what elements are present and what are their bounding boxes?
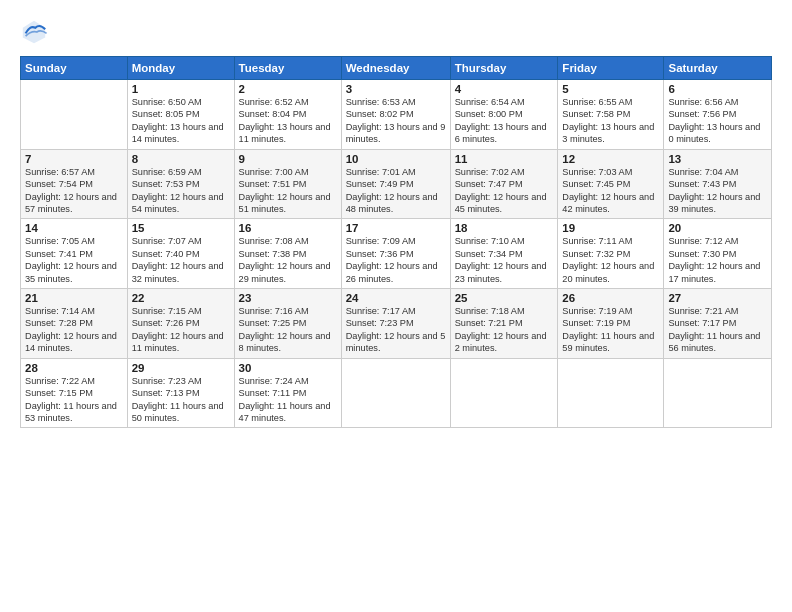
- calendar-cell: 22Sunrise: 7:15 AM Sunset: 7:26 PM Dayli…: [127, 289, 234, 359]
- calendar-cell: 23Sunrise: 7:16 AM Sunset: 7:25 PM Dayli…: [234, 289, 341, 359]
- calendar-cell: 21Sunrise: 7:14 AM Sunset: 7:28 PM Dayli…: [21, 289, 128, 359]
- calendar-cell: 30Sunrise: 7:24 AM Sunset: 7:11 PM Dayli…: [234, 358, 341, 428]
- logo: [20, 18, 52, 46]
- day-info: Sunrise: 7:14 AM Sunset: 7:28 PM Dayligh…: [25, 305, 123, 355]
- day-number: 7: [25, 153, 123, 165]
- day-number: 30: [239, 362, 337, 374]
- week-row-4: 21Sunrise: 7:14 AM Sunset: 7:28 PM Dayli…: [21, 289, 772, 359]
- day-info: Sunrise: 7:23 AM Sunset: 7:13 PM Dayligh…: [132, 375, 230, 425]
- day-number: 21: [25, 292, 123, 304]
- day-number: 28: [25, 362, 123, 374]
- day-info: Sunrise: 6:59 AM Sunset: 7:53 PM Dayligh…: [132, 166, 230, 216]
- week-row-5: 28Sunrise: 7:22 AM Sunset: 7:15 PM Dayli…: [21, 358, 772, 428]
- calendar-cell: 7Sunrise: 6:57 AM Sunset: 7:54 PM Daylig…: [21, 149, 128, 219]
- calendar-cell: [558, 358, 664, 428]
- weekday-header-monday: Monday: [127, 57, 234, 80]
- day-number: 2: [239, 83, 337, 95]
- day-info: Sunrise: 6:53 AM Sunset: 8:02 PM Dayligh…: [346, 96, 446, 146]
- day-number: 4: [455, 83, 554, 95]
- day-info: Sunrise: 7:03 AM Sunset: 7:45 PM Dayligh…: [562, 166, 659, 216]
- day-number: 15: [132, 222, 230, 234]
- day-number: 1: [132, 83, 230, 95]
- day-number: 6: [668, 83, 767, 95]
- calendar-cell: 12Sunrise: 7:03 AM Sunset: 7:45 PM Dayli…: [558, 149, 664, 219]
- day-number: 14: [25, 222, 123, 234]
- day-info: Sunrise: 7:08 AM Sunset: 7:38 PM Dayligh…: [239, 235, 337, 285]
- day-number: 24: [346, 292, 446, 304]
- weekday-header-thursday: Thursday: [450, 57, 558, 80]
- day-info: Sunrise: 7:16 AM Sunset: 7:25 PM Dayligh…: [239, 305, 337, 355]
- calendar-cell: 10Sunrise: 7:01 AM Sunset: 7:49 PM Dayli…: [341, 149, 450, 219]
- day-info: Sunrise: 7:19 AM Sunset: 7:19 PM Dayligh…: [562, 305, 659, 355]
- day-info: Sunrise: 7:11 AM Sunset: 7:32 PM Dayligh…: [562, 235, 659, 285]
- calendar-cell: 26Sunrise: 7:19 AM Sunset: 7:19 PM Dayli…: [558, 289, 664, 359]
- weekday-header-wednesday: Wednesday: [341, 57, 450, 80]
- day-info: Sunrise: 7:24 AM Sunset: 7:11 PM Dayligh…: [239, 375, 337, 425]
- day-number: 10: [346, 153, 446, 165]
- day-info: Sunrise: 7:02 AM Sunset: 7:47 PM Dayligh…: [455, 166, 554, 216]
- week-row-3: 14Sunrise: 7:05 AM Sunset: 7:41 PM Dayli…: [21, 219, 772, 289]
- calendar-cell: 18Sunrise: 7:10 AM Sunset: 7:34 PM Dayli…: [450, 219, 558, 289]
- weekday-header-friday: Friday: [558, 57, 664, 80]
- weekday-header-saturday: Saturday: [664, 57, 772, 80]
- calendar-cell: 15Sunrise: 7:07 AM Sunset: 7:40 PM Dayli…: [127, 219, 234, 289]
- calendar-cell: 19Sunrise: 7:11 AM Sunset: 7:32 PM Dayli…: [558, 219, 664, 289]
- week-row-1: 1Sunrise: 6:50 AM Sunset: 8:05 PM Daylig…: [21, 80, 772, 150]
- header: [20, 18, 772, 46]
- weekday-header-sunday: Sunday: [21, 57, 128, 80]
- day-info: Sunrise: 7:00 AM Sunset: 7:51 PM Dayligh…: [239, 166, 337, 216]
- day-info: Sunrise: 7:22 AM Sunset: 7:15 PM Dayligh…: [25, 375, 123, 425]
- day-info: Sunrise: 7:01 AM Sunset: 7:49 PM Dayligh…: [346, 166, 446, 216]
- calendar-cell: 17Sunrise: 7:09 AM Sunset: 7:36 PM Dayli…: [341, 219, 450, 289]
- day-info: Sunrise: 7:09 AM Sunset: 7:36 PM Dayligh…: [346, 235, 446, 285]
- calendar-cell: 9Sunrise: 7:00 AM Sunset: 7:51 PM Daylig…: [234, 149, 341, 219]
- calendar-cell: 4Sunrise: 6:54 AM Sunset: 8:00 PM Daylig…: [450, 80, 558, 150]
- page: SundayMondayTuesdayWednesdayThursdayFrid…: [0, 0, 792, 612]
- day-number: 22: [132, 292, 230, 304]
- day-number: 18: [455, 222, 554, 234]
- day-number: 26: [562, 292, 659, 304]
- day-number: 29: [132, 362, 230, 374]
- calendar-cell: 28Sunrise: 7:22 AM Sunset: 7:15 PM Dayli…: [21, 358, 128, 428]
- day-info: Sunrise: 7:07 AM Sunset: 7:40 PM Dayligh…: [132, 235, 230, 285]
- day-info: Sunrise: 7:18 AM Sunset: 7:21 PM Dayligh…: [455, 305, 554, 355]
- day-info: Sunrise: 7:05 AM Sunset: 7:41 PM Dayligh…: [25, 235, 123, 285]
- calendar-cell: 11Sunrise: 7:02 AM Sunset: 7:47 PM Dayli…: [450, 149, 558, 219]
- day-number: 11: [455, 153, 554, 165]
- day-info: Sunrise: 7:10 AM Sunset: 7:34 PM Dayligh…: [455, 235, 554, 285]
- calendar-cell: [21, 80, 128, 150]
- calendar-cell: 6Sunrise: 6:56 AM Sunset: 7:56 PM Daylig…: [664, 80, 772, 150]
- day-number: 8: [132, 153, 230, 165]
- weekday-header-tuesday: Tuesday: [234, 57, 341, 80]
- day-number: 27: [668, 292, 767, 304]
- calendar-cell: 29Sunrise: 7:23 AM Sunset: 7:13 PM Dayli…: [127, 358, 234, 428]
- calendar-cell: [664, 358, 772, 428]
- day-number: 5: [562, 83, 659, 95]
- week-row-2: 7Sunrise: 6:57 AM Sunset: 7:54 PM Daylig…: [21, 149, 772, 219]
- day-number: 12: [562, 153, 659, 165]
- day-info: Sunrise: 6:50 AM Sunset: 8:05 PM Dayligh…: [132, 96, 230, 146]
- calendar-cell: [341, 358, 450, 428]
- calendar-cell: 3Sunrise: 6:53 AM Sunset: 8:02 PM Daylig…: [341, 80, 450, 150]
- day-number: 13: [668, 153, 767, 165]
- calendar-cell: [450, 358, 558, 428]
- day-info: Sunrise: 7:15 AM Sunset: 7:26 PM Dayligh…: [132, 305, 230, 355]
- day-info: Sunrise: 6:52 AM Sunset: 8:04 PM Dayligh…: [239, 96, 337, 146]
- day-info: Sunrise: 6:54 AM Sunset: 8:00 PM Dayligh…: [455, 96, 554, 146]
- calendar-cell: 14Sunrise: 7:05 AM Sunset: 7:41 PM Dayli…: [21, 219, 128, 289]
- day-number: 20: [668, 222, 767, 234]
- day-number: 9: [239, 153, 337, 165]
- day-number: 16: [239, 222, 337, 234]
- day-number: 19: [562, 222, 659, 234]
- calendar-cell: 25Sunrise: 7:18 AM Sunset: 7:21 PM Dayli…: [450, 289, 558, 359]
- calendar-cell: 24Sunrise: 7:17 AM Sunset: 7:23 PM Dayli…: [341, 289, 450, 359]
- calendar-cell: 8Sunrise: 6:59 AM Sunset: 7:53 PM Daylig…: [127, 149, 234, 219]
- day-info: Sunrise: 6:56 AM Sunset: 7:56 PM Dayligh…: [668, 96, 767, 146]
- day-info: Sunrise: 6:55 AM Sunset: 7:58 PM Dayligh…: [562, 96, 659, 146]
- day-number: 25: [455, 292, 554, 304]
- day-info: Sunrise: 7:12 AM Sunset: 7:30 PM Dayligh…: [668, 235, 767, 285]
- day-info: Sunrise: 7:17 AM Sunset: 7:23 PM Dayligh…: [346, 305, 446, 355]
- day-number: 23: [239, 292, 337, 304]
- day-info: Sunrise: 7:04 AM Sunset: 7:43 PM Dayligh…: [668, 166, 767, 216]
- calendar: SundayMondayTuesdayWednesdayThursdayFrid…: [20, 56, 772, 428]
